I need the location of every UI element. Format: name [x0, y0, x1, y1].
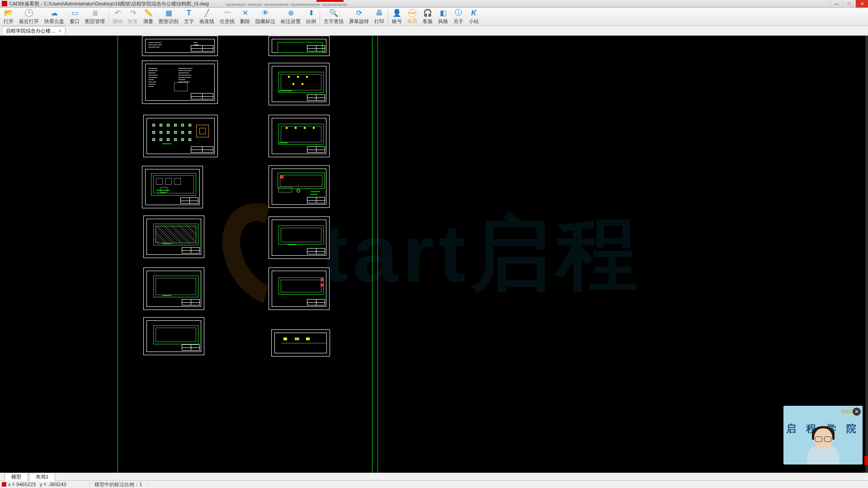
- separator: [320, 10, 320, 23]
- annot-settings-button[interactable]: ⊕标注设置: [278, 8, 303, 26]
- about-icon: ⓘ: [454, 9, 463, 18]
- redo-icon: ↷: [128, 9, 137, 18]
- video-close-icon[interactable]: ✕: [853, 408, 861, 416]
- model-tab[interactable]: 模型: [5, 473, 28, 481]
- drawing-sheet[interactable]: ▬▬▬▬: [143, 267, 204, 310]
- drawing-sheet[interactable]: ▬▬▬▬: [143, 216, 204, 258]
- service-button[interactable]: 🎧客服: [420, 8, 435, 26]
- close-button[interactable]: ✕: [855, 0, 868, 8]
- app-title: CAD快速看图 - C:\Users\Administrator\Desktop…: [9, 0, 209, 7]
- vip-button[interactable]: VIP会员: [405, 8, 420, 25]
- layout1-tab[interactable]: 布局1: [29, 473, 55, 481]
- vip-icon: VIP: [408, 9, 416, 17]
- drawing-sheet[interactable]: ▬▬▬▬▬▬▬▬▬▬: [142, 166, 203, 208]
- drawing-sheet[interactable]: ▬▬▬▬: [143, 115, 218, 157]
- drawing-sheet[interactable]: ▬▬▬▬: [269, 216, 330, 259]
- service-icon: 🎧: [423, 9, 432, 18]
- separator: [108, 10, 109, 23]
- document-tab-label: 启程学院综合办公楼…: [6, 28, 56, 34]
- main-toolbar: 📂打开 🕐最近打开 ☁快看云盘 ▭窗口 ≣图层管理 ↶撤销 ↷恢复 📏测量 ▦图…: [0, 8, 868, 26]
- drawing-canvas[interactable]: tart启程 ▬▬▬ ▬▬▬▬▬▬ ▬▬▬ ▬▬▬▬▬▬ ▬▬▬▬▬▬▬ ▬▬▬…: [0, 36, 868, 473]
- cloud-button[interactable]: ☁快看云盘: [42, 8, 67, 26]
- status-indicator-icon: [2, 482, 6, 487]
- minimize-button[interactable]: —: [830, 0, 843, 8]
- text-button[interactable]: T文字: [181, 8, 197, 26]
- delete-button[interactable]: ✕删除: [237, 8, 253, 26]
- undo-icon: ↶: [113, 9, 122, 18]
- print-button[interactable]: 🖶打印: [372, 8, 387, 26]
- recent-icon: 🕐: [24, 9, 33, 18]
- scale-icon: ⬍: [307, 9, 316, 18]
- screen-rotate-button[interactable]: ⟳屏幕旋转: [346, 8, 372, 26]
- side-red-marker: [864, 456, 868, 465]
- about-button[interactable]: ⓘ关于: [451, 8, 466, 26]
- open-icon: 📂: [4, 9, 13, 18]
- undo-button[interactable]: ↶撤销: [110, 8, 125, 26]
- drawing-sheet[interactable]: ▬▬▬▬▬▬▬: [269, 165, 330, 208]
- drawing-sheet[interactable]: [143, 317, 204, 355]
- video-presenter: [803, 424, 844, 465]
- recent-open-button[interactable]: 🕐最近打开: [16, 8, 42, 26]
- account-button[interactable]: 👤账号: [389, 8, 405, 26]
- layers-icon: ≣: [90, 9, 99, 18]
- document-tab-close-icon[interactable]: ×: [58, 28, 61, 34]
- hide-annot-button[interactable]: 👁隐藏标注: [253, 8, 278, 26]
- app-icon: [2, 1, 7, 6]
- status-bar: x = 9465223 y = -369243 | 模型中的标注比例：1 |: [0, 480, 868, 488]
- drawing-sheet[interactable]: ▬▬▬▬: [269, 115, 330, 157]
- drawing-sheet[interactable]: ▬▬▬▬▬▬: [269, 63, 330, 105]
- window-icon: ▭: [70, 9, 79, 18]
- coordinates-readout: x = 9465223 y = -369243: [8, 482, 66, 487]
- redo-button[interactable]: ↷恢复: [125, 8, 141, 26]
- drawing-sheet[interactable]: ▬▬▬ ▬▬▬▬▬▬ ▬▬▬ ▬▬▬▬▬▬ ▬▬▬▬▬▬▬: [142, 36, 218, 56]
- annotation-scale-readout: 模型中的标注比例：1: [94, 481, 142, 488]
- layout-tab-bar: 模型 布局1: [0, 473, 868, 480]
- title-blur-text: ▬▬▬▬ ▬▬▬ ▬▬▬▬▬ ▬▬▬▬▬▬ ▬▬▬▬▬: [226, 1, 347, 6]
- document-tab-bar: 启程学院综合办公楼… ×: [0, 26, 868, 36]
- print-icon: 🖶: [375, 9, 384, 18]
- rotate-icon: ⟳: [354, 9, 363, 18]
- document-tab[interactable]: 启程学院综合办公楼… ×: [2, 26, 66, 35]
- free-line-button[interactable]: 〰任意线: [217, 8, 237, 26]
- freeline-icon: 〰: [223, 9, 232, 18]
- account-icon: 👤: [392, 9, 401, 18]
- drawing-sheet[interactable]: [271, 329, 330, 357]
- line-icon: ╱: [203, 9, 212, 18]
- station-button[interactable]: K小站: [466, 8, 481, 26]
- measure-button[interactable]: 📏测量: [141, 8, 156, 26]
- text-icon: T: [184, 9, 193, 18]
- search-icon: 🔍: [329, 9, 338, 18]
- drawing-sheets: ▬▬▬ ▬▬▬▬▬▬ ▬▬▬ ▬▬▬▬▬▬ ▬▬▬▬▬▬▬ ▬▬▬▬▬▬▬▬ ▬…: [0, 36, 868, 473]
- style-button[interactable]: ◧风格: [435, 8, 451, 26]
- text-search-button[interactable]: 🔍文字查找: [321, 8, 346, 26]
- video-overlay[interactable]: ✕ Start启程 启 程 学 院: [783, 406, 863, 465]
- maximize-button[interactable]: □: [843, 0, 855, 8]
- scale-button[interactable]: ⬍比例: [303, 8, 319, 26]
- open-button[interactable]: 📂打开: [1, 8, 16, 26]
- drawing-sheet[interactable]: ▬▬▬▬▬▬▬▬ ▬▬▬▬▬▬▬▬ ▬▬▬▬▬▬▬▬▬▬▬▬▬ ▬▬▬▬▬▬▬▬…: [142, 61, 218, 104]
- cloud-icon: ☁: [50, 9, 59, 18]
- drawing-sheet[interactable]: [269, 267, 330, 310]
- draw-line-button[interactable]: ╱画直线: [197, 8, 217, 26]
- settings-icon: ⊕: [286, 9, 295, 18]
- separator: [388, 10, 388, 23]
- title-bar: CAD快速看图 - C:\Users\Administrator\Desktop…: [0, 0, 868, 8]
- style-icon: ◧: [439, 9, 448, 18]
- recog-icon: ▦: [164, 9, 173, 18]
- layer-mgmt-button[interactable]: ≣图层管理: [82, 8, 108, 26]
- k-icon: K: [469, 9, 478, 18]
- shape-recog-button[interactable]: ▦图形识别: [156, 8, 181, 26]
- delete-icon: ✕: [241, 9, 250, 18]
- window-controls: — □ ✕: [830, 0, 868, 8]
- hide-icon: 👁: [261, 9, 270, 18]
- window-button[interactable]: ▭窗口: [67, 8, 82, 26]
- drawing-sheet[interactable]: [269, 36, 330, 56]
- measure-icon: 📏: [144, 9, 153, 18]
